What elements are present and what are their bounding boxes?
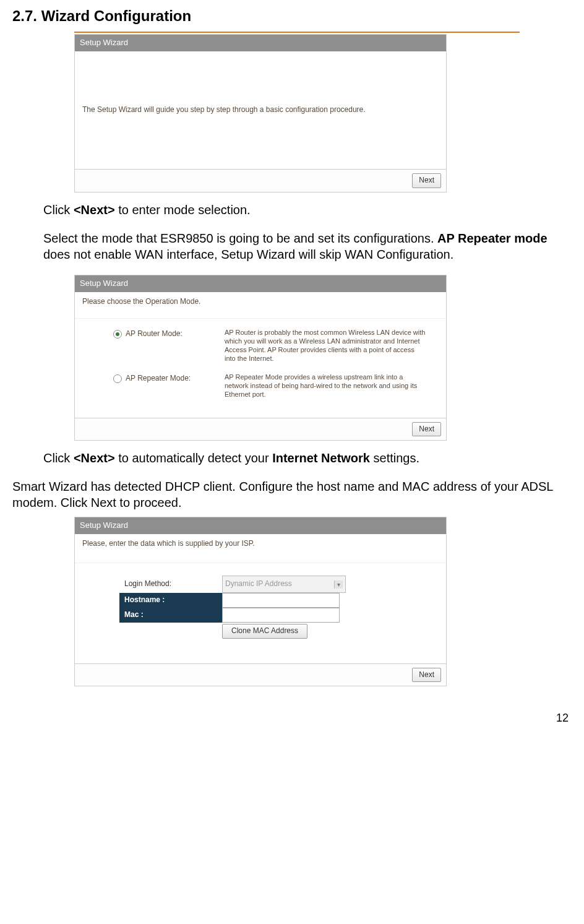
wizard-title: Setup Wizard xyxy=(75,275,446,292)
row-mac: Mac : xyxy=(119,608,439,623)
wizard-title: Setup Wizard xyxy=(75,517,446,534)
wizard-footer: Next xyxy=(75,663,446,686)
radio-ap-router[interactable] xyxy=(113,330,122,339)
mac-input[interactable] xyxy=(222,608,340,623)
wizard-mode-list: AP Router Mode: AP Router is probably th… xyxy=(75,318,446,418)
instruction-2: Select the mode that ESR9850 is going to… xyxy=(43,230,572,262)
wizard-title: Setup Wizard xyxy=(75,35,446,51)
wizard-intro-text: The Setup Wizard will guide you step by … xyxy=(82,105,366,115)
clone-mac-button[interactable]: Clone MAC Address xyxy=(222,624,307,639)
next-button[interactable]: Next xyxy=(412,173,441,188)
login-method-label: Login Method: xyxy=(119,577,222,592)
mode-description: AP Router is probably the most common Wi… xyxy=(225,328,439,363)
divider xyxy=(74,32,520,33)
wizard-body: The Setup Wizard will guide you step by … xyxy=(75,51,446,169)
next-button[interactable]: Next xyxy=(412,668,441,683)
wizard-footer: Next xyxy=(75,418,446,441)
mode-label: AP Repeater Mode: xyxy=(126,374,191,384)
hostname-input[interactable] xyxy=(222,593,340,608)
row-hostname: Hostname : xyxy=(119,593,439,608)
page-number: 12 xyxy=(12,711,572,725)
instruction-3: Click <Next> to automatically detect you… xyxy=(43,450,572,466)
hostname-label: Hostname : xyxy=(119,593,222,608)
wizard-footer: Next xyxy=(75,169,446,192)
instruction-1: Click <Next> to enter mode selection. xyxy=(43,202,572,218)
mode-row-ap-router: AP Router Mode: AP Router is probably th… xyxy=(113,328,439,363)
mode-row-ap-repeater: AP Repeater Mode: AP Repeater Mode provi… xyxy=(113,373,439,399)
row-login-method: Login Method: Dynamic IP Address ▾ xyxy=(119,576,439,593)
wizard-prompt: Please choose the Operation Mode. xyxy=(75,292,446,318)
row-clone: Clone MAC Address xyxy=(119,623,439,639)
radio-ap-repeater[interactable] xyxy=(113,374,122,383)
setup-wizard-step1: Setup Wizard The Setup Wizard will guide… xyxy=(74,34,447,192)
chevron-down-icon: ▾ xyxy=(334,581,343,589)
login-method-select[interactable]: Dynamic IP Address ▾ xyxy=(222,576,346,593)
setup-wizard-step2: Setup Wizard Please choose the Operation… xyxy=(74,275,447,441)
mac-label: Mac : xyxy=(119,608,222,623)
instruction-4: Smart Wizard has detected DHCP client. C… xyxy=(12,478,572,511)
mode-label: AP Router Mode: xyxy=(126,329,182,339)
wizard-prompt: Please, enter the data which is supplied… xyxy=(75,534,446,563)
section-heading: 2.7. Wizard Configuration xyxy=(12,6,572,25)
next-button[interactable]: Next xyxy=(412,422,441,437)
mode-description: AP Repeater Mode provides a wireless ups… xyxy=(225,373,439,399)
wizard-form: Login Method: Dynamic IP Address ▾ Hostn… xyxy=(75,563,446,663)
setup-wizard-step3: Setup Wizard Please, enter the data whic… xyxy=(74,517,447,686)
